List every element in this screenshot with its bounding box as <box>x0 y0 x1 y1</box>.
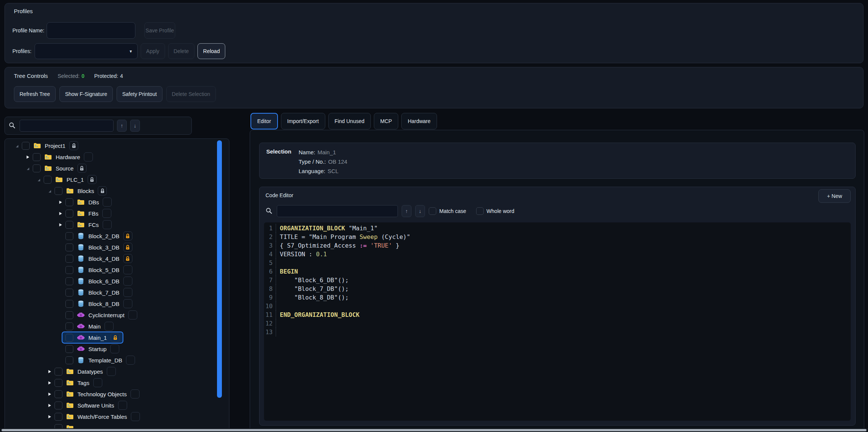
tree-expander[interactable] <box>25 165 33 171</box>
tree-node-checkbox[interactable] <box>65 221 73 229</box>
protection-lock[interactable] <box>123 231 132 240</box>
tree-expander[interactable] <box>58 210 65 216</box>
tree-node[interactable]: PLC_1 <box>5 174 229 185</box>
tree-node[interactable]: Datatypes <box>5 366 229 377</box>
tree-node[interactable]: Block_7_DB <box>5 287 229 298</box>
code-search-input[interactable] <box>277 205 398 217</box>
tree-node-checkbox[interactable] <box>65 356 73 364</box>
tree-expander[interactable] <box>58 199 65 205</box>
tree-expander[interactable] <box>47 380 55 386</box>
tree-node[interactable]: FBs <box>5 208 229 219</box>
protection-checkbox-empty[interactable] <box>123 265 132 274</box>
tree-node[interactable]: Main_1 <box>5 332 229 343</box>
tree-node[interactable]: Hardware <box>5 151 229 163</box>
delete-button[interactable]: Delete <box>168 43 194 59</box>
code-text-area[interactable]: 1ORGANIZATION_BLOCK "Main_1"2TITLE = "Ma… <box>264 222 851 421</box>
tree-node[interactable]: FCs <box>5 219 229 230</box>
protection-checkbox-empty[interactable] <box>105 322 114 331</box>
tree-expander[interactable] <box>58 222 65 228</box>
tree-node-checkbox[interactable] <box>65 210 73 218</box>
tree-node[interactable]: Source <box>5 163 229 174</box>
tab-mcp[interactable]: MCP <box>374 113 398 129</box>
protection-checkbox-empty[interactable] <box>84 152 93 161</box>
whole-word-checkbox[interactable] <box>476 207 484 215</box>
protection-checkbox-empty[interactable] <box>103 220 112 229</box>
tree-node[interactable]: Block_3_DB <box>5 242 229 253</box>
protection-lock[interactable] <box>98 186 107 195</box>
tree-node[interactable]: CyclicInterrupt <box>5 309 229 321</box>
tree-node-checkbox[interactable] <box>33 164 41 172</box>
search-prev-button[interactable]: ↑ <box>402 205 411 217</box>
tree-node[interactable]: Block_4_DB <box>5 253 229 264</box>
tree-expander[interactable] <box>36 176 44 183</box>
reload-button[interactable]: Reload <box>197 43 225 59</box>
search-next-button[interactable]: ↓ <box>130 120 140 132</box>
tree-node-checkbox[interactable] <box>65 311 73 319</box>
tree-expander[interactable] <box>47 188 55 194</box>
protection-lock[interactable] <box>69 141 78 150</box>
tree-node[interactable]: Startup <box>5 343 229 354</box>
tree-node-checkbox[interactable] <box>55 379 62 387</box>
delete-selection-button[interactable]: Delete Selection <box>166 86 216 102</box>
protection-checkbox-empty[interactable] <box>128 310 137 319</box>
tree-node[interactable]: Technology Objects <box>5 388 229 400</box>
tree-node-checkbox[interactable] <box>65 345 73 353</box>
apply-button[interactable]: Apply <box>141 43 165 59</box>
tree-node[interactable]: Block_8_DB <box>5 298 229 309</box>
tree-node-checkbox[interactable] <box>55 187 62 195</box>
tree-node-checkbox[interactable] <box>65 255 73 263</box>
tree-node[interactable]: Main <box>5 321 229 332</box>
profiles-select[interactable]: ▼ <box>35 43 138 59</box>
tree-node-checkbox[interactable] <box>65 322 73 330</box>
tree-expander[interactable] <box>47 391 55 397</box>
tree-expander[interactable] <box>47 402 55 408</box>
tree-node-checkbox[interactable] <box>22 142 30 150</box>
protection-checkbox-empty[interactable] <box>107 367 116 376</box>
protection-lock[interactable] <box>123 243 132 252</box>
tree-expander[interactable] <box>25 154 33 160</box>
show-f-signature-button[interactable]: Show F-Signature <box>59 86 113 102</box>
tree-node-checkbox[interactable] <box>55 413 62 421</box>
protection-checkbox-empty[interactable] <box>103 198 112 207</box>
tree-node-checkbox[interactable] <box>55 390 62 398</box>
protection-lock[interactable] <box>123 254 132 263</box>
protection-lock[interactable] <box>88 175 97 184</box>
tree-node-checkbox[interactable] <box>55 402 62 409</box>
protection-checkbox-empty[interactable] <box>123 288 132 297</box>
save-profile-button[interactable]: Save Profile <box>144 22 175 39</box>
tree-node-checkbox[interactable] <box>65 277 73 285</box>
new-block-button[interactable]: + New <box>818 189 851 203</box>
tree-search-input[interactable] <box>20 120 114 132</box>
tree-node-checkbox[interactable] <box>65 289 73 297</box>
tree-node-checkbox[interactable] <box>33 153 41 161</box>
tree-node-checkbox[interactable] <box>65 266 73 274</box>
tree-expander[interactable] <box>14 143 22 149</box>
tree-node-checkbox[interactable] <box>44 176 52 184</box>
search-prev-button[interactable]: ↑ <box>117 120 127 132</box>
tree-node[interactable]: Block_6_DB <box>5 275 229 287</box>
horizontal-scrollbar-thumb[interactable] <box>2 429 866 431</box>
refresh-tree-button[interactable]: Refresh Tree <box>14 86 56 102</box>
tree-expander[interactable] <box>47 368 55 374</box>
tree-node-checkbox[interactable] <box>65 198 73 206</box>
tree-node[interactable]: Watch/Force Tables <box>5 411 229 422</box>
protection-checkbox-empty[interactable] <box>93 378 102 387</box>
tree-node-checkbox[interactable] <box>65 300 73 308</box>
tree-node[interactable]: DBs <box>5 196 229 208</box>
protection-checkbox-empty[interactable] <box>110 344 119 353</box>
tree-node[interactable]: Tags <box>5 377 229 388</box>
safety-printout-button[interactable]: Safety Printout <box>117 86 162 102</box>
tree-node-checkbox[interactable] <box>65 334 73 342</box>
tree-node[interactable]: Block_2_DB <box>5 230 229 242</box>
tree-node-checkbox[interactable] <box>55 368 62 376</box>
profile-name-input[interactable] <box>47 22 135 39</box>
tree-expander[interactable] <box>47 414 55 420</box>
tree-node[interactable]: Template_DB <box>5 354 229 366</box>
tree-node[interactable]: Project1 <box>5 140 229 151</box>
protection-checkbox-empty[interactable] <box>102 209 111 218</box>
tree-node[interactable]: Block_5_DB <box>5 264 229 275</box>
protection-checkbox-empty[interactable] <box>131 412 140 421</box>
tab-hardware[interactable]: Hardware <box>401 113 437 129</box>
tab-find-unused[interactable]: Find Unused <box>328 113 371 129</box>
protection-lock[interactable] <box>77 164 86 173</box>
